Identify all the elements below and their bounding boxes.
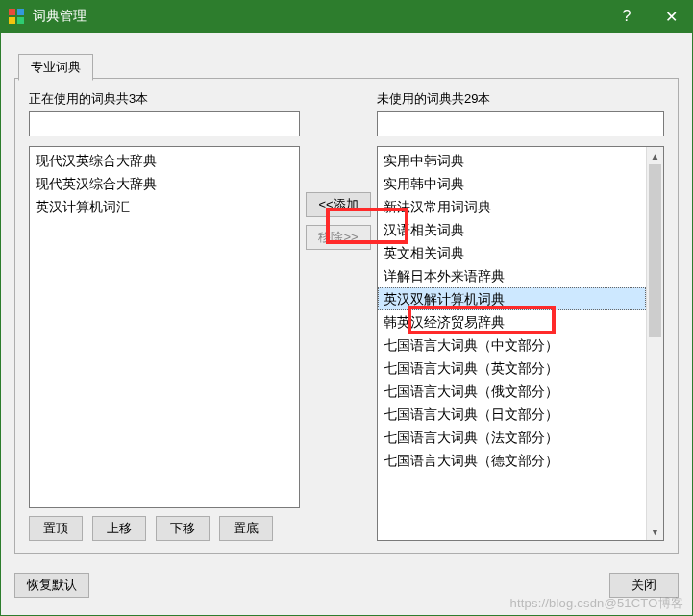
- tab-panel: 正在使用的词典共3本 现代汉英综合大辞典现代英汉综合大辞典英汉计算机词汇 置顶 …: [14, 78, 679, 554]
- svg-rect-2: [9, 17, 15, 24]
- app-icon: [8, 8, 25, 25]
- svg-rect-3: [17, 17, 24, 24]
- close-window-button[interactable]: ✕: [649, 0, 693, 33]
- list-item[interactable]: 七国语言大词典（日文部分）: [378, 403, 646, 426]
- order-down-button[interactable]: 下移: [156, 516, 210, 541]
- restore-defaults-button[interactable]: 恢复默认: [14, 573, 89, 598]
- unused-label: 未使用的词典共29本: [377, 90, 664, 108]
- unused-search-input[interactable]: [377, 111, 664, 136]
- list-item[interactable]: 新法汉常用词词典: [378, 195, 646, 218]
- scroll-thumb[interactable]: [649, 164, 661, 337]
- list-item[interactable]: 英汉双解计算机词典: [378, 287, 646, 310]
- list-item[interactable]: 七国语言大词典（俄文部分）: [378, 380, 646, 403]
- footer-bar: 恢复默认 关闭: [14, 573, 679, 598]
- list-item[interactable]: 现代英汉综合大辞典: [30, 172, 282, 195]
- in-use-search-input[interactable]: [29, 111, 300, 136]
- window-title: 词典管理: [33, 8, 605, 25]
- help-icon: ?: [623, 8, 631, 25]
- client-area: 专业词典 正在使用的词典共3本 现代汉英综合大辞典现代英汉综合大辞典英汉计算机词…: [1, 33, 692, 615]
- tab-professional[interactable]: 专业词典: [18, 54, 93, 81]
- scroll-track[interactable]: [647, 164, 663, 523]
- order-up-button[interactable]: 上移: [92, 516, 146, 541]
- list-item[interactable]: 七国语言大词典（英文部分）: [378, 357, 646, 380]
- add-button[interactable]: <<添加: [306, 192, 371, 217]
- list-item[interactable]: 韩英汉经济贸易辞典: [378, 310, 646, 333]
- order-bottom-button[interactable]: 置底: [219, 516, 273, 541]
- list-item[interactable]: 七国语言大词典（德文部分）: [378, 449, 646, 472]
- tab-strip: 专业词典: [18, 54, 93, 81]
- list-item[interactable]: 实用中韩词典: [378, 149, 646, 172]
- close-icon: ✕: [665, 8, 678, 26]
- list-item[interactable]: 英文相关词典: [378, 241, 646, 264]
- list-item[interactable]: 汉语相关词典: [378, 218, 646, 241]
- order-buttons-row: 置顶 上移 下移 置底: [29, 516, 300, 541]
- unused-listbox[interactable]: 实用中韩词典实用韩中词典新法汉常用词词典汉语相关词典英文相关词典详解日本外来语辞…: [377, 146, 664, 541]
- unused-scrollbar[interactable]: ▲ ▼: [646, 147, 663, 540]
- list-item[interactable]: 现代汉英综合大辞典: [30, 149, 282, 172]
- svg-rect-0: [9, 9, 15, 15]
- scroll-down-icon[interactable]: ▼: [647, 523, 663, 540]
- remove-button[interactable]: 移除>>: [306, 225, 371, 250]
- close-button[interactable]: 关闭: [609, 573, 679, 598]
- scroll-up-icon[interactable]: ▲: [647, 147, 663, 164]
- in-use-listbox[interactable]: 现代汉英综合大辞典现代英汉综合大辞典英汉计算机词汇: [29, 146, 300, 508]
- svg-rect-1: [17, 9, 24, 15]
- in-use-label: 正在使用的词典共3本: [29, 90, 300, 108]
- tab-label: 专业词典: [31, 60, 81, 74]
- list-item[interactable]: 英汉计算机词汇: [30, 195, 282, 218]
- help-button[interactable]: ?: [605, 0, 649, 33]
- in-use-column: 正在使用的词典共3本 现代汉英综合大辞典现代英汉综合大辞典英汉计算机词汇 置顶 …: [29, 90, 300, 541]
- list-item[interactable]: 实用韩中词典: [378, 172, 646, 195]
- titlebar: 词典管理 ? ✕: [0, 0, 693, 33]
- transfer-column: <<添加 移除>>: [300, 90, 377, 541]
- list-item[interactable]: 详解日本外来语辞典: [378, 264, 646, 287]
- order-top-button[interactable]: 置顶: [29, 516, 83, 541]
- list-item[interactable]: 七国语言大词典（中文部分）: [378, 333, 646, 357]
- unused-column: 未使用的词典共29本 实用中韩词典实用韩中词典新法汉常用词词典汉语相关词典英文相…: [377, 90, 664, 541]
- list-item[interactable]: 七国语言大词典（法文部分）: [378, 426, 646, 449]
